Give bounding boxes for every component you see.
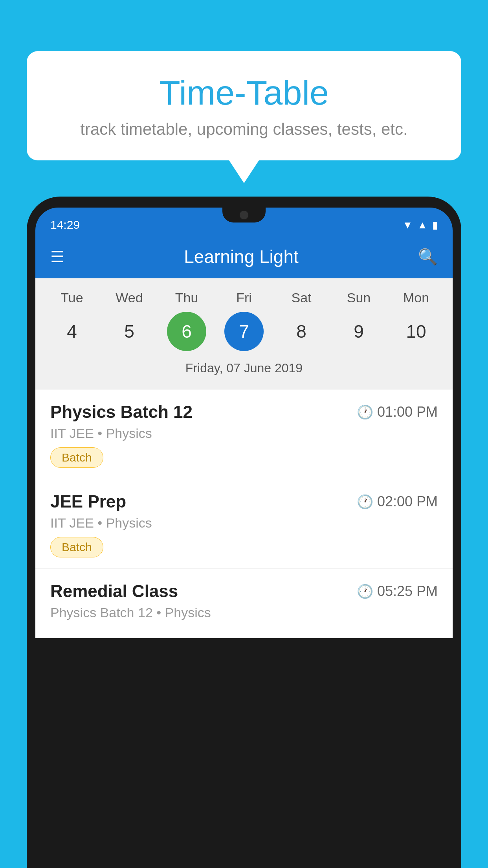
- calendar-dates: 4 5 6 7 8 9 10: [35, 308, 453, 357]
- schedule-item-2[interactable]: JEE Prep 🕐 02:00 PM IIT JEE • Physics Ba…: [35, 479, 453, 569]
- schedule-item-3-title: Remedial Class: [50, 581, 178, 601]
- calendar-section: Tue Wed Thu Fri Sat Sun Mon 4 5 6 7 8 9 …: [35, 278, 453, 390]
- schedule-item-2-time: 🕐 02:00 PM: [357, 493, 438, 510]
- date-7[interactable]: 7: [224, 312, 264, 351]
- schedule-item-1-time: 🕐 01:00 PM: [357, 404, 438, 420]
- schedule-item-2-time-value: 02:00 PM: [377, 493, 438, 510]
- phone-notch: [222, 208, 266, 223]
- day-thu: Thu: [163, 290, 210, 305]
- date-9[interactable]: 9: [339, 312, 378, 351]
- schedule-item-3-time-value: 05:25 PM: [377, 583, 438, 600]
- speech-bubble-tail: [229, 160, 259, 183]
- camera: [240, 211, 248, 219]
- schedule-item-2-header: JEE Prep 🕐 02:00 PM: [50, 492, 438, 511]
- page-subtitle: track timetable, upcoming classes, tests…: [50, 120, 438, 139]
- speech-bubble-container: Time-Table track timetable, upcoming cla…: [27, 51, 461, 183]
- search-icon[interactable]: 🔍: [418, 248, 438, 266]
- schedule-item-2-title: JEE Prep: [50, 492, 126, 511]
- app-bar: ☰ Learning Light 🔍: [35, 235, 453, 278]
- day-sun: Sun: [335, 290, 382, 305]
- page-title: Time-Table: [50, 73, 438, 113]
- battery-icon: ▮: [432, 219, 438, 231]
- clock-icon-2: 🕐: [357, 494, 373, 509]
- selected-date-label: Friday, 07 June 2019: [35, 357, 453, 382]
- date-6[interactable]: 6: [167, 312, 206, 351]
- day-tue: Tue: [48, 290, 95, 305]
- hamburger-icon[interactable]: ☰: [50, 248, 64, 266]
- schedule-item-3-time: 🕐 05:25 PM: [357, 583, 438, 600]
- schedule-item-1-title: Physics Batch 12: [50, 402, 193, 422]
- batch-badge-2: Batch: [50, 537, 103, 557]
- day-fri: Fri: [220, 290, 268, 305]
- phone-outer: 14:29 ▼ ▲ ▮ ☰ Learning Light 🔍 Tue Wed T…: [27, 197, 461, 868]
- schedule-list: Physics Batch 12 🕐 01:00 PM IIT JEE • Ph…: [35, 390, 453, 638]
- schedule-item-1-header: Physics Batch 12 🕐 01:00 PM: [50, 402, 438, 422]
- schedule-item-1[interactable]: Physics Batch 12 🕐 01:00 PM IIT JEE • Ph…: [35, 390, 453, 479]
- date-4[interactable]: 4: [52, 312, 92, 351]
- status-time: 14:29: [50, 218, 80, 232]
- status-icons: ▼ ▲ ▮: [403, 219, 438, 231]
- schedule-item-3-header: Remedial Class 🕐 05:25 PM: [50, 581, 438, 601]
- schedule-item-1-time-value: 01:00 PM: [377, 404, 438, 420]
- schedule-item-1-subtitle: IIT JEE • Physics: [50, 426, 438, 441]
- speech-bubble: Time-Table track timetable, upcoming cla…: [27, 51, 461, 160]
- clock-icon-3: 🕐: [357, 583, 373, 599]
- calendar-days-header: Tue Wed Thu Fri Sat Sun Mon: [35, 286, 453, 308]
- phone-mockup: 14:29 ▼ ▲ ▮ ☰ Learning Light 🔍 Tue Wed T…: [27, 197, 461, 868]
- date-10[interactable]: 10: [396, 312, 436, 351]
- schedule-item-3-subtitle: Physics Batch 12 • Physics: [50, 605, 438, 620]
- day-sat: Sat: [278, 290, 325, 305]
- day-wed: Wed: [106, 290, 153, 305]
- signal-icon: ▲: [417, 219, 427, 231]
- date-5[interactable]: 5: [110, 312, 149, 351]
- batch-badge-1: Batch: [50, 447, 103, 468]
- schedule-item-3[interactable]: Remedial Class 🕐 05:25 PM Physics Batch …: [35, 569, 453, 638]
- app-bar-title: Learning Light: [184, 246, 299, 267]
- wifi-icon: ▼: [403, 219, 413, 231]
- day-mon: Mon: [393, 290, 440, 305]
- date-8[interactable]: 8: [282, 312, 321, 351]
- schedule-item-2-subtitle: IIT JEE • Physics: [50, 515, 438, 531]
- clock-icon-1: 🕐: [357, 404, 373, 420]
